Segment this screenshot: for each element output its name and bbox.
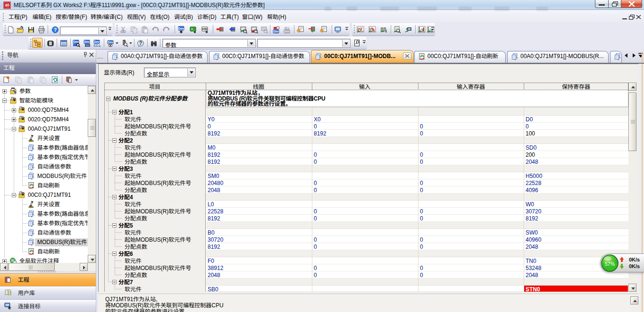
- svg-text:Dev: Dev: [284, 30, 290, 33]
- svg-text:CC-L: CC-L: [93, 44, 101, 47]
- svg-text:Dev: Dev: [84, 40, 90, 43]
- svg-text:Dev: Dev: [273, 30, 279, 33]
- svg-text:Dev: Dev: [73, 40, 79, 43]
- svg-text:Dev: Dev: [108, 41, 113, 44]
- svg-text:?: ?: [54, 27, 57, 33]
- svg-text:Dev: Dev: [94, 40, 100, 43]
- svg-text:HW: HW: [202, 27, 208, 31]
- svg-text:Dev: Dev: [178, 27, 184, 30]
- svg-text:?: ?: [139, 41, 142, 46]
- svg-text:57%: 57%: [605, 261, 615, 267]
- svg-text:>_: >_: [191, 27, 195, 31]
